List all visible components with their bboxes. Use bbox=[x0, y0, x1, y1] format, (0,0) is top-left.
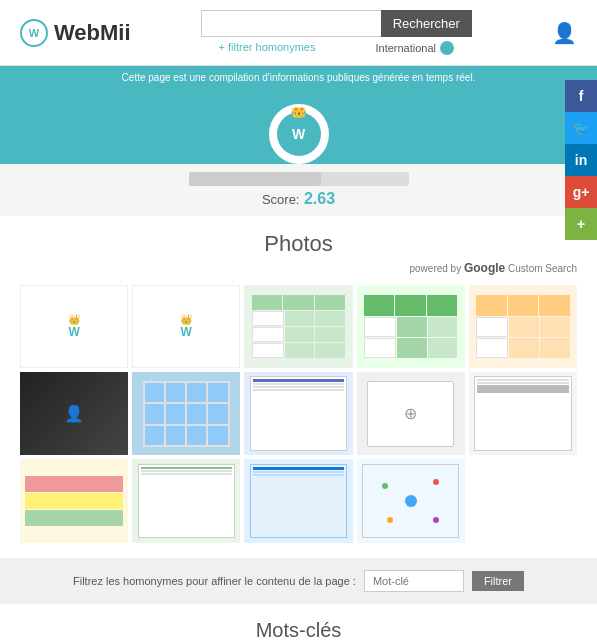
search-area: Rechercher + filtrer homonymes Internati… bbox=[131, 10, 542, 55]
logo-icon: W bbox=[20, 19, 48, 47]
powered-suffix: Custom Search bbox=[508, 263, 577, 274]
photo-thumb[interactable] bbox=[469, 285, 577, 368]
score-fill bbox=[189, 172, 321, 186]
international-row: International bbox=[375, 41, 454, 55]
thumb-wm: W bbox=[68, 325, 79, 339]
score-bar-wrap bbox=[189, 172, 409, 186]
score-text: Score: 2.63 bbox=[262, 190, 335, 208]
photo-thumb[interactable] bbox=[132, 372, 240, 455]
thumb-crown: 👑 bbox=[68, 314, 80, 325]
photos-section: Photos powered by Google Custom Search 👑… bbox=[0, 216, 597, 558]
profile-section: 👑 W bbox=[0, 89, 597, 164]
filter-button[interactable]: Filtrer bbox=[472, 571, 524, 591]
photos-grid: 👑 W 👑 W bbox=[20, 285, 577, 543]
social-sidebar: f 🐦 in g+ + bbox=[565, 80, 597, 240]
thumb-crown: 👑 bbox=[180, 314, 192, 325]
avatar-circle: 👑 W bbox=[269, 104, 329, 164]
keywords-section: Mots-clés Fonction Bdire Office Enregist… bbox=[0, 604, 597, 640]
photos-title: Photos bbox=[20, 231, 577, 257]
score-bar-section: Score: 2.63 bbox=[0, 164, 597, 216]
twitter-icon: 🐦 bbox=[573, 121, 589, 136]
photo-thumb[interactable] bbox=[244, 285, 352, 368]
score-label: Score: bbox=[262, 192, 300, 207]
avatar-initials: W bbox=[292, 126, 305, 142]
globe-icon bbox=[440, 41, 454, 55]
avatar-inner: 👑 W bbox=[277, 112, 321, 156]
photo-thumb[interactable] bbox=[469, 372, 577, 455]
photo-thumb[interactable] bbox=[244, 459, 352, 542]
photo-thumb[interactable] bbox=[20, 459, 128, 542]
search-input[interactable] bbox=[201, 10, 381, 37]
photo-thumb[interactable]: 👑 W bbox=[132, 285, 240, 368]
photo-thumb[interactable]: 👑 W bbox=[20, 285, 128, 368]
info-text: Cette page est une compilation d'informa… bbox=[20, 72, 577, 83]
powered-label: powered by bbox=[409, 263, 461, 274]
search-row: Rechercher bbox=[201, 10, 472, 37]
header: W WebMii Rechercher + filtrer homonymes … bbox=[0, 0, 597, 66]
user-icon[interactable]: 👤 bbox=[552, 21, 577, 45]
thumb-wm: W bbox=[181, 325, 192, 339]
photo-thumb[interactable] bbox=[357, 285, 465, 368]
crown-icon: 👑 bbox=[290, 104, 307, 118]
keywords-title: Mots-clés bbox=[20, 619, 577, 640]
logo-name: WebMii bbox=[54, 20, 131, 46]
logo-area: W WebMii bbox=[20, 19, 131, 47]
photo-thumb[interactable] bbox=[132, 459, 240, 542]
search-button[interactable]: Rechercher bbox=[381, 10, 472, 37]
linkedin-button[interactable]: in bbox=[565, 144, 597, 176]
photo-thumb[interactable] bbox=[244, 372, 352, 455]
filter-input[interactable] bbox=[364, 570, 464, 592]
international-label: International bbox=[375, 42, 436, 54]
plus-button[interactable]: + bbox=[565, 208, 597, 240]
facebook-button[interactable]: f bbox=[565, 80, 597, 112]
googleplus-button[interactable]: g+ bbox=[565, 176, 597, 208]
powered-by: powered by Google Custom Search bbox=[20, 261, 577, 275]
twitter-button[interactable]: 🐦 bbox=[565, 112, 597, 144]
filter-homonyms-link[interactable]: + filtrer homonymes bbox=[219, 41, 316, 53]
logo-letter: W bbox=[29, 27, 39, 39]
photo-thumb[interactable]: ⊕ bbox=[357, 372, 465, 455]
google-brand: Google bbox=[464, 261, 505, 275]
score-value: 2.63 bbox=[304, 190, 335, 207]
photo-thumb[interactable] bbox=[357, 459, 465, 542]
filter-bar: Filtrez les homonymes pour affiner le co… bbox=[0, 558, 597, 604]
info-bar: Cette page est une compilation d'informa… bbox=[0, 66, 597, 89]
photo-thumb[interactable]: 👤 bbox=[20, 372, 128, 455]
avatar: 👑 W bbox=[269, 104, 329, 164]
filter-label: Filtrez les homonymes pour affiner le co… bbox=[73, 575, 356, 587]
